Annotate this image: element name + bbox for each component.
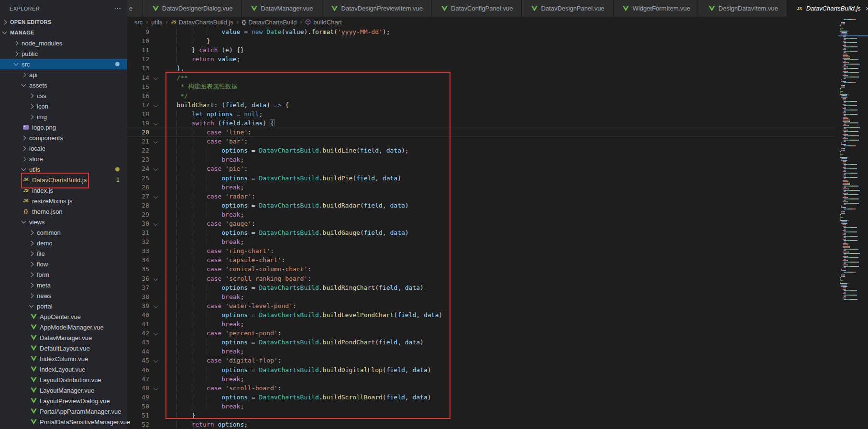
breadcrumb-item-src[interactable]: src xyxy=(134,19,143,26)
fold-chevron-icon[interactable] xyxy=(153,358,158,363)
sidebar-folder-css[interactable]: css xyxy=(0,90,127,101)
code-line-16[interactable]: 16 */ xyxy=(127,91,835,100)
sidebar-folder-views[interactable]: views xyxy=(0,217,127,227)
tab-designdatavitem-vue[interactable]: DesignDatavItem.vue xyxy=(699,0,787,17)
code-line-36[interactable]: 36 case 'scroll-ranking-board': xyxy=(127,274,835,283)
code-line-19[interactable]: 19 switch (field.alias) { xyxy=(127,119,835,128)
fold-column[interactable] xyxy=(149,76,162,79)
sidebar-file-logo-png[interactable]: logo.png xyxy=(0,122,127,132)
fold-column[interactable] xyxy=(149,304,162,308)
fold-chevron-icon[interactable] xyxy=(153,331,158,336)
close-icon[interactable]: × xyxy=(866,5,868,12)
manage-section[interactable]: MANAGE xyxy=(0,27,127,38)
sidebar-folder-components[interactable]: components xyxy=(0,132,127,143)
tab-datavconfigpanel-vue[interactable]: DatavConfigPanel.vue xyxy=(432,0,522,17)
code-line-14[interactable]: 14 /** xyxy=(127,73,835,82)
fold-column[interactable] xyxy=(149,277,162,280)
fold-chevron-icon[interactable] xyxy=(153,102,158,107)
sidebar-file-layoutpreviewdialog-vue[interactable]: LayoutPreviewDialog.vue xyxy=(0,396,127,406)
sidebar-folder-flow[interactable]: flow xyxy=(0,259,127,269)
code-line-41[interactable]: 41 break; xyxy=(127,319,835,329)
sidebar-folder-utils[interactable]: utils xyxy=(0,164,127,175)
sidebar-file-layoutmanager-vue[interactable]: LayoutManager.vue xyxy=(0,385,127,396)
sidebar-folder-common[interactable]: common xyxy=(0,227,127,238)
fold-chevron-icon[interactable] xyxy=(153,139,158,144)
code-line-51[interactable]: 51 } xyxy=(127,411,835,420)
sidebar-file-datavchartsbuild-js[interactable]: JSDatavChartsBuild.js1 xyxy=(0,175,127,185)
breadcrumb-item-datavchartsbuild[interactable]: {}DatavChartsBuild xyxy=(242,19,297,26)
sidebar-file-appmodelmanager-vue[interactable]: AppModelManager.vue xyxy=(0,322,127,332)
sidebar-file-layoutdistribution-vue[interactable]: LayoutDistribution.vue xyxy=(0,374,127,385)
explorer-more-actions-icon[interactable]: ⋯ xyxy=(114,4,121,13)
fold-chevron-icon[interactable] xyxy=(153,303,158,308)
sidebar-file-appcenter-vue[interactable]: AppCenter.vue xyxy=(0,311,127,322)
tab-datavdesignerdialog-vue[interactable]: DatavDesignerDialog.vue xyxy=(143,0,242,17)
sidebar-file-portaldatasensitivemanager-vue[interactable]: PortalDataSensitiveManager.vue xyxy=(0,417,127,427)
code-line-24[interactable]: 24 case 'pie': xyxy=(127,164,835,173)
code-line-48[interactable]: 48 case 'scroll-board': xyxy=(127,384,835,393)
sidebar-folder-img[interactable]: img xyxy=(0,111,127,122)
fold-chevron-icon[interactable] xyxy=(153,121,158,126)
breadcrumb-item-buildchart[interactable]: buildChart xyxy=(305,19,341,26)
sidebar-folder-news[interactable]: news xyxy=(0,290,127,301)
tab-datavmanager-vue[interactable]: DatavManager.vue xyxy=(242,0,322,17)
code-line-39[interactable]: 39 case 'water-level-pond': xyxy=(127,301,835,310)
sidebar-folder-store[interactable]: store xyxy=(0,154,127,164)
sidebar-file-defaultlayout-vue[interactable]: DefaultLayout.vue xyxy=(0,343,127,353)
fold-column[interactable] xyxy=(149,167,162,170)
fold-column[interactable] xyxy=(149,140,162,143)
code-line-38[interactable]: 38 break; xyxy=(127,292,835,301)
code-line-37[interactable]: 37 options = DatavChartsBuild.buildRingC… xyxy=(127,283,835,292)
code-line-33[interactable]: 33 case 'ring-chart': xyxy=(127,246,835,255)
sidebar-file-indexlayout-vue[interactable]: IndexLayout.vue xyxy=(0,364,127,374)
code-line-30[interactable]: 30 case 'gauge': xyxy=(127,219,835,228)
sidebar-file-index-js[interactable]: JSindex.js xyxy=(0,185,127,196)
code-line-27[interactable]: 27 case 'radar': xyxy=(127,192,835,201)
sidebar-folder-src[interactable]: src xyxy=(0,59,127,69)
breadcrumb-item-datavchartsbuild-js[interactable]: JSDatavChartsBuild.js xyxy=(171,19,233,26)
code-editor[interactable]: 9 value = new Date(value).format('yyyy-M… xyxy=(127,27,868,429)
fold-chevron-icon[interactable] xyxy=(153,166,158,171)
minimap[interactable] xyxy=(838,19,868,306)
code-line-20[interactable]: 20 case 'line': xyxy=(127,128,835,137)
code-line-44[interactable]: 44 break; xyxy=(127,347,835,356)
fold-column[interactable] xyxy=(149,121,162,125)
fold-chevron-icon[interactable] xyxy=(153,194,158,198)
fold-column[interactable] xyxy=(149,331,162,335)
code-line-18[interactable]: 18 let options = null; xyxy=(127,110,835,119)
sidebar-folder-api[interactable]: api xyxy=(0,69,127,80)
sidebar-folder-demo[interactable]: demo xyxy=(0,238,127,248)
code-line-26[interactable]: 26 break; xyxy=(127,183,835,192)
code-line-34[interactable]: 34 case 'capsule-chart': xyxy=(127,255,835,264)
sidebar-folder-meta[interactable]: meta xyxy=(0,280,127,290)
sidebar-file-datavmanager-vue[interactable]: DatavManager.vue xyxy=(0,332,127,343)
code-line-47[interactable]: 47 break; xyxy=(127,374,835,384)
fold-chevron-icon[interactable] xyxy=(153,276,158,281)
code-line-32[interactable]: 32 break; xyxy=(127,237,835,246)
tab-datavdesignpanel-vue[interactable]: DatavDesignPanel.vue xyxy=(522,0,613,17)
code-line-31[interactable]: 31 options = DatavChartsBuild.buildGauge… xyxy=(127,228,835,237)
sidebar-folder-file[interactable]: file xyxy=(0,248,127,259)
sidebar-folder-icon[interactable]: icon xyxy=(0,101,127,111)
tab-datavchartsbuild-js[interactable]: JSDatavChartsBuild.js× xyxy=(787,0,868,17)
fold-column[interactable] xyxy=(149,103,162,107)
sidebar-file-theme-json[interactable]: {}theme.json xyxy=(0,206,127,217)
code-line-10[interactable]: 10 } xyxy=(127,36,835,45)
fold-chevron-icon[interactable] xyxy=(153,75,158,80)
sidebar-folder-public[interactable]: public xyxy=(0,48,127,59)
open-editors-section[interactable]: OPEN EDITORS xyxy=(0,17,127,27)
code-line-49[interactable]: 49 options = DatavChartsBuild.buildScrol… xyxy=(127,393,835,402)
code-line-43[interactable]: 43 options = DatavChartsBuild.buildPondC… xyxy=(127,338,835,347)
code-line-46[interactable]: 46 options = DatavChartsBuild.buildDigit… xyxy=(127,365,835,374)
fold-chevron-icon[interactable] xyxy=(153,385,158,390)
code-line-9[interactable]: 9 value = new Date(value).format('yyyy-M… xyxy=(127,27,835,36)
code-line-21[interactable]: 21 case 'bar': xyxy=(127,137,835,146)
code-line-17[interactable]: 17 buildChart: (field, data) => { xyxy=(127,100,835,110)
code-line-28[interactable]: 28 options = DatavChartsBuild.buildRadar… xyxy=(127,201,835,210)
sidebar-file-indexcolumn-vue[interactable]: IndexColumn.vue xyxy=(0,353,127,364)
sidebar-folder-assets[interactable]: assets xyxy=(0,80,127,90)
code-line-50[interactable]: 50 break; xyxy=(127,402,835,411)
fold-column[interactable] xyxy=(149,359,162,362)
code-line-23[interactable]: 23 break; xyxy=(127,155,835,164)
sidebar-folder-portal[interactable]: portal xyxy=(0,301,127,311)
